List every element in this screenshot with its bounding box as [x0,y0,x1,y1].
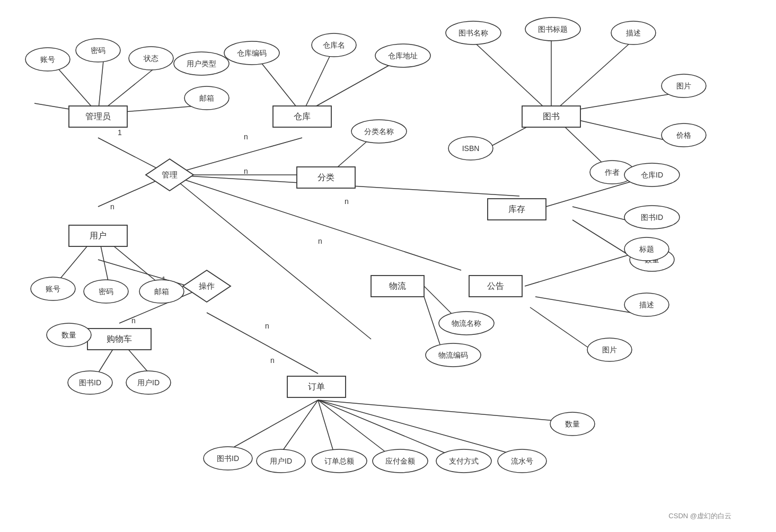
attr-book-isbn: ISBN [462,144,480,153]
attr-warehouse-address: 仓库地址 [388,51,418,60]
attr-admin-account: 账号 [40,55,55,64]
attr-book-title: 图书标题 [538,25,568,33]
svg-text:n: n [265,322,269,330]
attr-book-name: 图书名称 [458,29,488,37]
entity-cart: 购物车 [107,334,132,343]
attr-user-account: 账号 [46,285,60,293]
attr-admin-email: 邮箱 [199,94,214,102]
watermark-text: CSDN @虚幻的白云 [668,512,731,520]
attr-cart-quantity: 数量 [61,331,76,339]
attr-warehouse-code: 仓库编码 [237,49,267,57]
attr-warehouse-name: 仓库名 [323,41,345,49]
attr-notice-title: 标题 [639,245,654,253]
entity-order: 订单 [308,382,325,391]
attr-order-paymethod: 支付方式 [449,457,479,465]
entity-admin: 管理员 [85,112,111,121]
svg-text:n: n [244,132,248,141]
attr-notice-desc: 描述 [639,300,654,309]
attr-admin-usertype: 用户类型 [187,59,216,68]
attr-notice-image: 图片 [602,345,617,354]
attr-cart-bookid: 图书ID [79,378,101,387]
entity-notice: 公告 [487,281,504,290]
relation-operation: 操作 [199,281,215,290]
svg-text:n: n [110,202,114,211]
entity-user: 用户 [90,231,107,240]
svg-text:n: n [244,167,248,175]
svg-text:n: n [318,237,322,245]
entity-book: 图书 [543,112,560,121]
attr-order-total: 订单总额 [324,457,354,465]
attr-order-payable: 应付金额 [385,457,415,465]
attr-admin-status: 状态 [143,54,158,63]
attr-admin-password: 密码 [91,46,105,55]
attr-book-price: 价格 [676,131,691,139]
attr-inventory-warehouseid: 仓库ID [641,171,663,179]
relation-manage: 管理 [162,170,178,179]
entity-warehouse: 仓库 [294,112,311,121]
entity-logistics: 物流 [389,281,406,290]
svg-text:1: 1 [118,128,122,137]
attr-book-image: 图片 [676,82,691,90]
entity-inventory: 库存 [508,205,525,214]
attr-inventory-bookid: 图书ID [641,213,663,221]
attr-logistics-name: 物流名称 [452,319,481,327]
attr-category-name: 分类名称 [364,127,394,136]
attr-book-author: 作者 [604,168,620,176]
attr-order-userid: 用户ID [270,457,292,465]
svg-text:n: n [345,197,349,206]
attr-user-email: 邮箱 [154,287,169,296]
attr-order-quantity: 数量 [565,420,580,428]
svg-text:n: n [131,316,136,325]
svg-text:n: n [270,356,275,365]
attr-book-desc: 描述 [626,29,641,37]
entity-category: 分类 [318,173,334,182]
attr-order-bookid: 图书ID [217,454,239,463]
attr-user-password: 密码 [99,287,113,296]
attr-cart-userid: 用户ID [137,378,160,387]
attr-order-flowno: 流水号 [511,457,533,465]
attr-logistics-code: 物流编码 [438,351,468,359]
